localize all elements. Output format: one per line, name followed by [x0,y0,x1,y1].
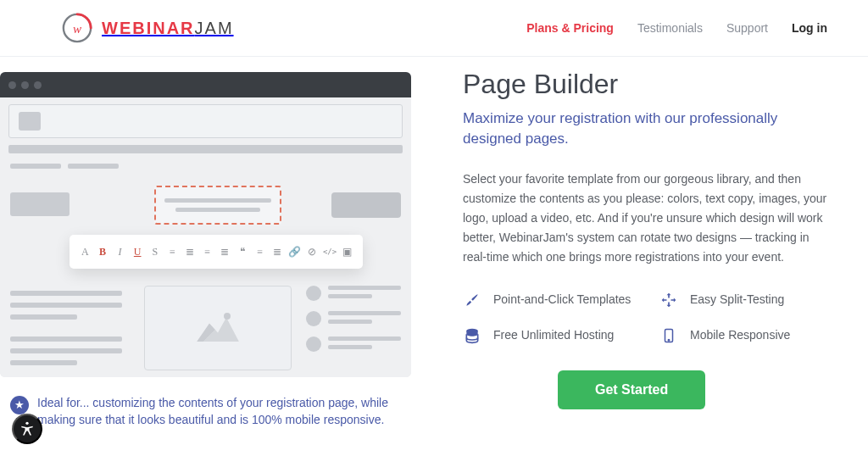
svg-point-5 [25,422,28,425]
mock-window-titlebar [0,72,411,97]
feature-grid: Point-and-Click Templates Easy Split-Tes… [463,291,834,345]
mock-col-left [10,291,122,372]
mock-right-block [331,192,401,218]
mock-window-body: A B I U S ≡ ≣ ≡ ≣ ❝ ≡ ≣ 🔗 ⊘ </> ▣ [0,97,411,377]
feature-split-testing: Easy Split-Testing [659,291,834,309]
mock-left-block [10,192,70,216]
illustration-column: A B I U S ≡ ≣ ≡ ≣ ❝ ≡ ≣ 🔗 ⊘ </> ▣ [0,57,432,429]
toolbar-code-icon: </> [322,247,337,256]
feature-unlimited-hosting: Free Unlimited Hosting [463,326,637,345]
feature-label: Point-and-Click Templates [493,291,631,308]
content-column: Page Builder Maximize your registration … [432,57,834,429]
svg-point-4 [668,340,670,342]
brand-logo[interactable]: w WEBINARJAM [61,12,234,44]
toolbar-ordered-list-icon: ≡ [253,246,268,259]
arrows-icon [659,291,678,309]
toolbar-quote-icon: ❝ [235,246,250,259]
toolbar-font-icon: A [77,246,92,259]
mock-page-header [8,104,403,138]
page-builder-mock: A B I U S ≡ ≣ ≡ ≣ ❝ ≡ ≣ 🔗 ⊘ </> ▣ [0,72,411,377]
mock-editable-selection [154,186,281,225]
ideal-for-caption: ★ Ideal for... customizing the contents … [10,394,400,429]
feature-label: Easy Split-Testing [690,291,784,308]
ideal-prefix: Ideal for... [37,396,89,409]
mobile-icon [659,326,678,345]
toolbar-strike-icon: S [147,246,163,259]
toolbar-image-icon: ▣ [340,246,355,259]
mock-subnav-2 [68,164,119,169]
mock-col-mid [144,286,292,370]
get-started-button[interactable]: Get Started [558,370,705,409]
feature-mobile-responsive: Mobile Responsive [659,326,834,345]
top-nav: Plans & Pricing Testimonials Support Log… [526,21,827,35]
brush-icon [463,291,481,309]
feature-label: Mobile Responsive [690,326,790,343]
nav-support[interactable]: Support [726,21,768,35]
toolbar-italic-icon: I [113,246,128,259]
page-subtitle: Maximize your registration with our prof… [463,108,834,149]
brand-wordmark: WEBINARJAM [102,19,234,38]
ideal-for-text: Ideal for... customizing the contents of… [37,394,400,429]
mock-nav-bar [8,145,403,153]
feature-label: Free Unlimited Hosting [493,326,614,343]
nav-login[interactable]: Log in [792,21,827,35]
database-icon [463,326,481,345]
ideal-body: customizing the contents of your registr… [37,396,388,426]
brand-word-2: JAM [195,19,234,37]
feature-point-and-click: Point-and-Click Templates [463,291,637,309]
toolbar-align-center-icon: ≣ [182,246,198,259]
mock-image-placeholder [144,286,292,370]
toolbar-underline-icon: U [130,246,145,259]
site-header: w WEBINARJAM Plans & Pricing Testimonial… [0,0,868,57]
toolbar-align-right-icon: ≡ [200,246,215,259]
mock-logo-placeholder [19,112,41,131]
nav-testimonials[interactable]: Testimonials [637,21,703,35]
page-body-text: Select your favorite template from our g… [463,170,834,267]
page-title: Page Builder [463,69,834,100]
toolbar-unordered-list-icon: ≣ [270,246,285,259]
toolbar-justify-icon: ≣ [217,246,232,259]
toolbar-bold-icon: B [95,246,110,259]
mock-col-right [306,286,401,362]
toolbar-link-icon: 🔗 [287,246,303,259]
toolbar-align-left-icon: ≡ [164,246,180,259]
brand-word-1: WEBINAR [102,19,195,37]
main-content: A B I U S ≡ ≣ ≡ ≣ ❝ ≡ ≣ 🔗 ⊘ </> ▣ [0,57,868,429]
mock-subnav-1 [10,164,61,169]
mock-text-editor-toolbar: A B I U S ≡ ≣ ≡ ≣ ❝ ≡ ≣ 🔗 ⊘ </> ▣ [70,235,363,269]
accessibility-button[interactable] [12,414,42,444]
logo-mark: w [61,12,93,44]
toolbar-unlink-icon: ⊘ [304,246,320,259]
svg-text:w: w [73,21,82,36]
nav-plans-pricing[interactable]: Plans & Pricing [526,21,614,35]
star-icon: ★ [10,396,29,414]
